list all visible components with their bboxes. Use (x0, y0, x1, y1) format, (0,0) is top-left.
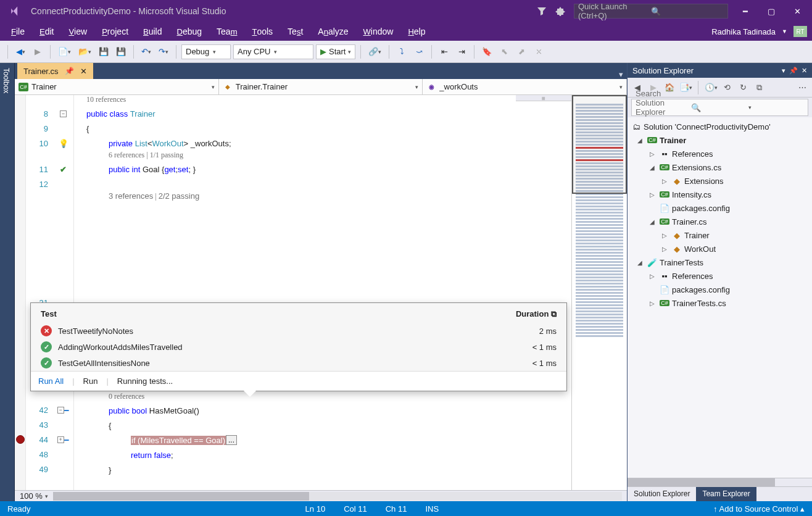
quick-launch-input[interactable]: Quick Launch (Ctrl+Q) 🔍 (574, 4, 728, 19)
breakpoint-gutter[interactable] (15, 95, 26, 490)
test-row[interactable]: ✕TestTweetifyNoNotes2 ms (31, 323, 566, 339)
test-row[interactable]: ✓AddingWorkoutAddsMilesTravelled< 1 ms (31, 339, 566, 355)
step-over-button[interactable]: ⤻ (412, 44, 426, 59)
toolbox-panel-collapsed[interactable]: Toolbox (0, 63, 15, 501)
collapse-all-icon[interactable]: ⧉ (753, 81, 765, 94)
menu-build[interactable]: Build (137, 24, 168, 39)
save-all-button[interactable]: 💾 (114, 44, 128, 59)
run-all-link[interactable]: Run All (38, 377, 64, 386)
pending-changes-icon[interactable]: 🕔▾ (705, 81, 717, 94)
file-node[interactable]: ◢C#Trainer.cs (628, 215, 812, 228)
user-avatar[interactable]: RT (793, 26, 807, 37)
bookmark-button[interactable]: 🔖 (479, 44, 494, 59)
platform-dropdown[interactable]: Any CPU▾ (233, 44, 313, 59)
split-bar-icon[interactable]: ≡ (516, 95, 571, 101)
zoom-level[interactable]: 100 % (20, 491, 43, 501)
solution-search-input[interactable]: Search Solution Explorer (Ctrl+;) 🔍▾ (631, 99, 808, 116)
tab-solution-explorer[interactable]: Solution Explorer (628, 487, 696, 501)
run-link[interactable]: Run (83, 377, 98, 386)
menu-analyze[interactable]: Analyze (312, 24, 354, 39)
nav-member-dropdown[interactable]: ◉_workOuts▾ (423, 79, 627, 94)
outdent-button[interactable]: ⇤ (437, 44, 452, 59)
pin-icon[interactable]: 📌 (789, 67, 798, 75)
code-editor[interactable]: 10 references public class Trainer { pri… (74, 95, 571, 490)
menu-window[interactable]: Window (357, 24, 400, 39)
codelens-references[interactable]: 10 references (74, 95, 571, 106)
close-tab-icon[interactable]: ✕ (80, 67, 87, 76)
fold-toggle[interactable]: − (57, 407, 64, 414)
menu-help[interactable]: Help (402, 24, 431, 39)
new-project-button[interactable]: 📄▾ (56, 44, 73, 59)
maximize-button[interactable]: ▢ (763, 4, 780, 18)
references-node[interactable]: ▷▪▪References (628, 269, 812, 283)
solution-tree[interactable]: 🗂Solution 'ConnectProductivityDemo' ◢C#T… (628, 117, 812, 478)
codelens-references[interactable]: 0 references (74, 392, 571, 403)
next-bookmark-button[interactable]: ⬈ (514, 44, 529, 59)
close-button[interactable]: ✕ (789, 4, 806, 18)
more-icon[interactable]: ⋯ (796, 81, 808, 94)
clear-bookmarks-button[interactable]: ⤬ (531, 44, 546, 59)
nav-forward-button[interactable]: ▶ (30, 44, 45, 59)
source-control-button[interactable]: ↑ Add to Source Control ▴ (713, 504, 805, 514)
pin-icon[interactable]: 📌 (65, 67, 74, 75)
fold-toggle[interactable]: + (57, 436, 64, 443)
config-dropdown[interactable]: Debug▾ (181, 44, 231, 59)
project-node[interactable]: ◢🧪TrainerTests (628, 256, 812, 269)
start-debug-button[interactable]: ▶Start▾ (316, 44, 355, 59)
horizontal-scrollbar[interactable] (53, 492, 622, 501)
codelens-references[interactable]: 6 references | 1/1 passing (74, 151, 571, 162)
minimize-button[interactable]: ━ (737, 4, 754, 18)
menu-edit[interactable]: Edit (33, 24, 60, 39)
notifications-icon[interactable] (555, 6, 565, 16)
refresh-icon[interactable]: ↻ (737, 81, 749, 94)
document-tab[interactable]: Trainer.cs 📌 ✕ (17, 63, 93, 79)
nav-class-dropdown[interactable]: ◆Trainer.Trainer▾ (219, 79, 423, 94)
user-name[interactable]: Radhika Tadinada (711, 27, 776, 36)
menu-team[interactable]: Team (210, 24, 243, 39)
codelens-tests[interactable]: 3 references | 2/2 passing (74, 191, 571, 202)
indent-button[interactable]: ⇥ (454, 44, 469, 59)
fold-toggle[interactable]: − (60, 110, 67, 117)
class-node[interactable]: ▷◆Trainer (628, 228, 812, 242)
toggle-icon[interactable]: ⟲ (721, 81, 733, 94)
undo-button[interactable]: ↶▾ (139, 44, 154, 59)
scroll-map[interactable] (571, 95, 627, 490)
prev-bookmark-button[interactable]: ⬉ (497, 44, 512, 59)
popout-icon[interactable]: ⧉ (551, 309, 557, 318)
nav-back-button[interactable]: ◀▾ (13, 44, 28, 59)
filter-icon[interactable] (537, 6, 547, 16)
test-row[interactable]: ✓TestGetAllIntensitiesNone< 1 ms (31, 355, 566, 371)
menu-project[interactable]: Project (96, 24, 135, 39)
project-node[interactable]: ◢C#Trainer (628, 133, 812, 147)
window-position-icon[interactable]: ▾ (782, 67, 785, 75)
tab-team-explorer[interactable]: Team Explorer (696, 487, 756, 501)
menu-tools[interactable]: Tools (246, 24, 279, 39)
open-file-button[interactable]: 📂▾ (76, 44, 94, 59)
breakpoint-icon[interactable] (16, 435, 25, 444)
step-into-button[interactable]: ⤵ (394, 44, 409, 59)
class-node[interactable]: ▷◆WorkOut (628, 242, 812, 256)
save-button[interactable]: 💾 (96, 44, 111, 59)
tab-dropdown-icon[interactable]: ▾ (619, 70, 623, 79)
file-node[interactable]: ▷C#TrainerTests.cs (628, 296, 812, 310)
file-node[interactable]: 📄packages.config (628, 201, 812, 215)
menu-view[interactable]: View (62, 24, 93, 39)
file-node[interactable]: ◢C#Extensions.cs (628, 160, 812, 174)
solution-node[interactable]: 🗂Solution 'ConnectProductivityDemo' (628, 120, 812, 133)
close-panel-icon[interactable]: ✕ (802, 67, 807, 75)
browser-link-button[interactable]: 🔗▾ (366, 44, 384, 59)
menu-debug[interactable]: Debug (171, 24, 209, 39)
chevron-down-icon[interactable]: ▾ (45, 493, 48, 499)
redo-button[interactable]: ↷▾ (156, 44, 171, 59)
lightbulb-icon[interactable]: 💡 (59, 139, 68, 148)
references-node[interactable]: ▷▪▪References (628, 147, 812, 160)
class-node[interactable]: ▷◆Extensions (628, 174, 812, 188)
file-node[interactable]: ▷C#Intensity.cs (628, 188, 812, 201)
menu-file[interactable]: File (5, 24, 31, 39)
nav-project-dropdown[interactable]: C#Trainer▾ (15, 79, 219, 94)
horizontal-scrollbar[interactable] (628, 478, 812, 486)
file-node[interactable]: 📄packages.config (628, 283, 812, 296)
menu-test[interactable]: Test (281, 24, 309, 39)
chevron-down-icon[interactable]: ▼ (782, 28, 787, 35)
viewport-indicator[interactable] (572, 95, 627, 194)
